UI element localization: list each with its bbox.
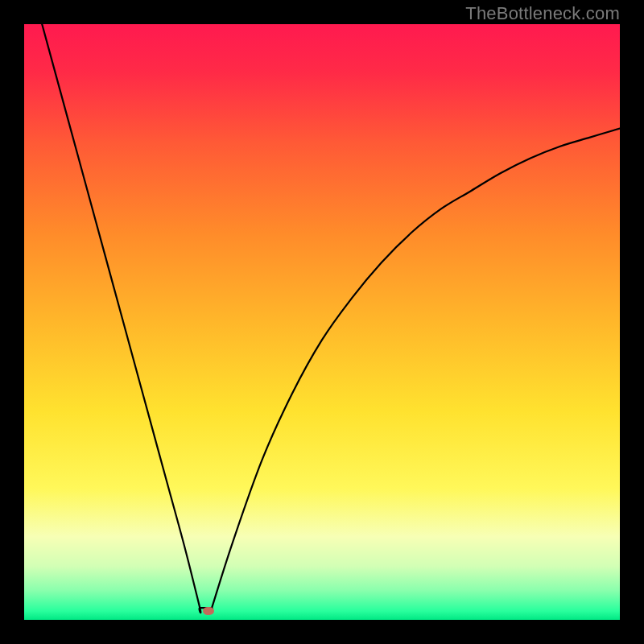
plot-area [24, 24, 620, 620]
watermark-text: TheBottleneck.com [465, 3, 620, 24]
bottleneck-curve [24, 24, 620, 620]
optimal-point-marker [203, 607, 214, 615]
chart-frame: TheBottleneck.com [0, 0, 644, 644]
